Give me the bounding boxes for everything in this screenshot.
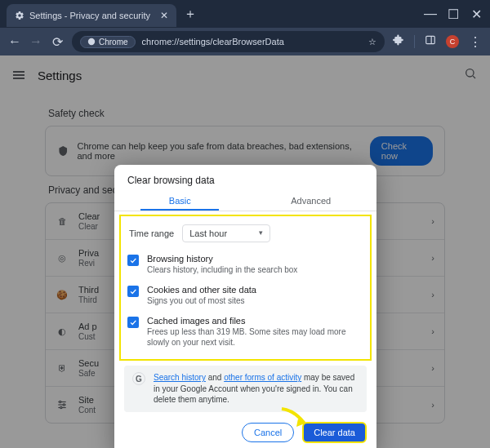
forward-icon: → xyxy=(29,35,42,48)
checkbox-checked-icon[interactable] xyxy=(127,255,139,266)
other-activity-link[interactable]: other forms of activity xyxy=(224,373,301,382)
chrome-chip: Chrome xyxy=(80,36,136,48)
highlighted-options: Time range Last hour Browsing historyCle… xyxy=(119,215,372,361)
profile-avatar[interactable]: C xyxy=(446,35,459,48)
url-text: chrome://settings/clearBrowserData xyxy=(142,37,284,47)
time-range-label: Time range xyxy=(129,228,174,238)
checkbox-checked-icon[interactable] xyxy=(127,317,139,328)
minimize-icon[interactable]: — xyxy=(425,8,436,20)
browser-tab[interactable]: Settings - Privacy and security ✕ xyxy=(7,4,176,27)
close-window-icon[interactable]: ✕ xyxy=(470,8,482,20)
window-titlebar: Settings - Privacy and security ✕ ＋ — ☐ … xyxy=(0,0,490,28)
svg-rect-1 xyxy=(426,36,435,43)
dialog-tabs: Basic Advanced xyxy=(114,189,376,211)
maximize-icon[interactable]: ☐ xyxy=(448,8,459,20)
chrome-icon xyxy=(87,38,96,46)
back-icon[interactable]: ← xyxy=(8,35,21,48)
gear-icon xyxy=(15,11,24,20)
separator xyxy=(414,35,415,48)
side-panel-icon[interactable] xyxy=(425,34,436,49)
clear-browsing-data-dialog: Clear browsing data Basic Advanced Time … xyxy=(114,165,376,448)
window-controls: — ☐ ✕ xyxy=(425,8,490,20)
bookmark-icon[interactable]: ☆ xyxy=(368,37,376,47)
option-cached[interactable]: Cached images and filesFrees up less tha… xyxy=(126,311,365,353)
extensions-icon[interactable] xyxy=(393,34,404,49)
tab-basic[interactable]: Basic xyxy=(114,189,246,211)
reload-icon[interactable]: ⟳ xyxy=(51,35,64,48)
google-account-info: G Search history and other forms of acti… xyxy=(124,366,367,412)
tab-advanced[interactable]: Advanced xyxy=(246,189,377,211)
svg-point-0 xyxy=(88,38,95,45)
clear-data-button[interactable]: Clear data xyxy=(302,422,367,443)
cancel-button[interactable]: Cancel xyxy=(242,423,294,442)
new-tab-button[interactable]: ＋ xyxy=(181,5,199,23)
menu-icon[interactable]: ⋮ xyxy=(469,34,482,50)
dialog-title: Clear browsing data xyxy=(114,165,376,189)
time-range-select[interactable]: Last hour xyxy=(182,224,270,242)
tab-title: Settings - Privacy and security xyxy=(29,11,150,20)
checkbox-checked-icon[interactable] xyxy=(127,286,139,297)
google-icon: G xyxy=(132,372,145,385)
close-tab-icon[interactable]: ✕ xyxy=(160,10,168,21)
option-browsing-history[interactable]: Browsing historyClears history, includin… xyxy=(126,249,365,280)
option-cookies[interactable]: Cookies and other site dataSigns you out… xyxy=(126,280,365,311)
omnibox[interactable]: Chrome chrome://settings/clearBrowserDat… xyxy=(72,31,385,52)
search-history-link[interactable]: Search history xyxy=(154,373,206,382)
address-bar: ← → ⟳ Chrome chrome://settings/clearBrow… xyxy=(0,28,490,55)
